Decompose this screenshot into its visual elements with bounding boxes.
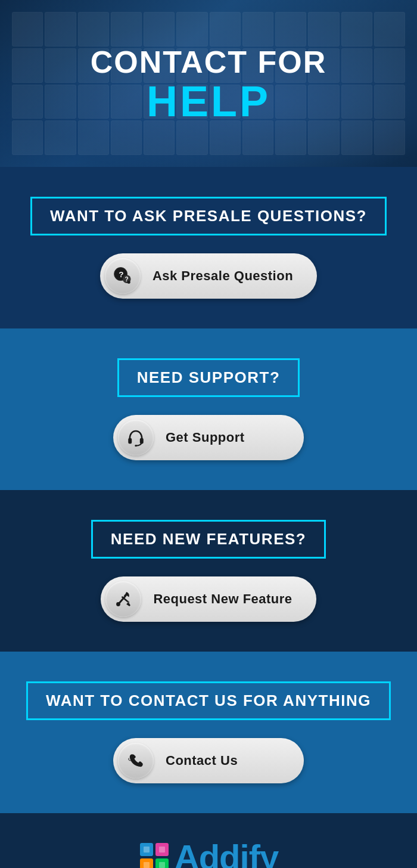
get-support-button[interactable]: Get Support [113,415,304,460]
svg-rect-15 [144,847,150,852]
features-heading-text: NEED NEW FEATURES? [111,530,306,548]
svg-rect-18 [159,862,165,868]
features-section: NEED NEW FEATURES? Request New Feature [0,490,417,652]
contact-section: WANT TO CONTACT US FOR ANYTHING Contact … [0,652,417,813]
hero-section: CONTACT FOR HELP [0,0,417,167]
contact-us-button[interactable]: Contact Us [113,738,304,783]
support-icon [118,420,154,455]
headphones-icon [126,427,146,448]
contact-heading-box: WANT TO CONTACT US FOR ANYTHING [26,681,391,720]
hero-line1: CONTACT FOR [91,44,327,80]
support-heading-text: NEED SUPPORT? [137,368,281,386]
footer-section: Addify [0,813,417,868]
support-heading-box: NEED SUPPORT? [117,358,300,397]
svg-text:?: ? [119,270,123,279]
support-button-label: Get Support [166,430,245,445]
addify-logo-icon [139,842,170,869]
svg-point-10 [127,601,129,603]
telephone-icon [126,751,146,771]
presale-heading-text: WANT TO ASK PRESALE QUESTIONS? [50,207,367,225]
feature-icon [105,581,141,617]
hero-title: CONTACT FOR HELP [91,44,327,123]
contact-icon [118,743,154,779]
contact-button-label: Contact Us [166,753,238,768]
features-heading-box: NEED NEW FEATURES? [91,520,326,559]
svg-rect-16 [159,847,165,852]
presale-icon: ? ? [105,258,141,294]
chat-question-icon: ? ? [113,266,133,286]
presale-section: WANT TO ASK PRESALE QUESTIONS? ? ? Ask P… [0,167,417,328]
presale-button-label: Ask Presale Question [153,268,293,284]
svg-rect-17 [144,862,150,868]
svg-rect-6 [128,438,132,444]
svg-point-9 [116,602,120,606]
request-feature-button[interactable]: Request New Feature [101,576,316,622]
svg-point-8 [135,445,136,447]
logo: Addify [139,837,278,868]
hero-line2: HELP [91,80,327,123]
support-section: NEED SUPPORT? Get Support [0,328,417,490]
tools-icon [113,589,133,609]
logo-text: Addify [175,837,278,868]
svg-point-5 [127,281,130,284]
ask-presale-button[interactable]: ? ? Ask Presale Question [100,253,317,299]
contact-heading-text: WANT TO CONTACT US FOR ANYTHING [46,692,371,709]
presale-heading-box: WANT TO ASK PRESALE QUESTIONS? [30,197,387,235]
feature-button-label: Request New Feature [153,591,292,607]
